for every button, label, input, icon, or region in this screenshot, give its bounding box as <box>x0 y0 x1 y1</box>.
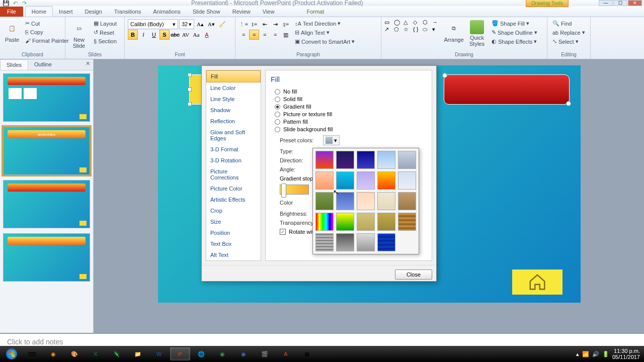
shadow-button[interactable]: S <box>159 30 170 40</box>
taskbar-chrome-icon[interactable]: 🌐 <box>191 347 211 360</box>
preset-swatch[interactable] <box>357 171 375 190</box>
strike-button[interactable]: abc <box>170 30 180 40</box>
slide-thumb-3[interactable] <box>3 180 90 228</box>
shape-icon[interactable]: △ <box>404 19 413 26</box>
cut-button[interactable]: ✂Cut <box>23 19 71 28</box>
justify-button[interactable]: ≡ <box>270 30 280 40</box>
paste-button[interactable]: 📋Paste <box>3 19 21 44</box>
grow-font-button[interactable]: A▴ <box>195 19 205 29</box>
preset-swatch[interactable] <box>357 151 375 169</box>
preset-swatch[interactable] <box>336 151 354 169</box>
line-spacing-button[interactable]: ‡≡ <box>281 19 291 29</box>
taskbar-word-icon[interactable]: W <box>149 347 169 360</box>
preset-swatch[interactable] <box>377 171 395 190</box>
slide-thumb-1[interactable] <box>3 73 90 122</box>
tab-insert[interactable]: Insert <box>53 7 79 17</box>
cat-position[interactable]: Position <box>206 227 261 238</box>
text-direction-button[interactable]: ↕AText Direction▾ <box>293 19 357 28</box>
taskbar-app2-icon[interactable]: ◉ <box>212 347 232 360</box>
underline-button[interactable]: U <box>149 30 159 40</box>
preset-swatch[interactable] <box>336 213 354 231</box>
tab-slides[interactable]: Slides <box>0 59 28 70</box>
close-button[interactable]: Close <box>395 269 432 280</box>
arrange-button[interactable]: ⧉Arrange <box>443 19 464 44</box>
taskbar-app3-icon[interactable]: ◉ <box>233 347 254 360</box>
slide-thumb-2[interactable]: androides <box>3 127 90 175</box>
preset-swatch[interactable] <box>398 171 416 190</box>
preset-swatch[interactable] <box>377 192 395 210</box>
tab-view[interactable]: View <box>257 7 281 17</box>
tab-design[interactable]: Design <box>79 7 108 17</box>
cat-reflection[interactable]: Reflection <box>206 116 261 127</box>
preset-swatch[interactable] <box>315 233 334 251</box>
find-button[interactable]: 🔍Find <box>550 19 574 28</box>
cat-pic-color[interactable]: Picture Color <box>206 183 261 194</box>
shape-icon[interactable]: ◯ <box>394 19 403 26</box>
save-icon[interactable]: 💾 <box>2 0 10 6</box>
bold-button[interactable]: B <box>128 30 138 40</box>
shape-icon[interactable]: ⬠ <box>394 26 403 33</box>
tab-animations[interactable]: Animations <box>147 7 186 17</box>
reset-button[interactable]: ↺Reset <box>92 28 119 37</box>
rotate-checkbox[interactable]: ✓ <box>280 229 286 235</box>
format-painter-button[interactable]: 🖌Format Painter <box>23 37 71 45</box>
slide-canvas[interactable]: Fill Line Color Line Style Shadow Reflec… <box>94 59 644 333</box>
shape-icon[interactable]: ▾ <box>432 26 441 33</box>
shape-fill-button[interactable]: 🪣Shape Fill▾ <box>490 19 539 28</box>
radio-pattern-fill[interactable]: Pattern fill <box>271 119 427 125</box>
cat-3d-rotation[interactable]: 3-D Rotation <box>206 155 261 166</box>
tab-review[interactable]: Review <box>226 7 257 17</box>
cat-crop[interactable]: Crop <box>206 205 261 216</box>
close-button[interactable]: ✕ <box>628 0 642 6</box>
cat-textbox[interactable]: Text Box <box>206 238 261 249</box>
clear-format-button[interactable]: 🧹 <box>217 19 227 29</box>
minimize-button[interactable]: — <box>599 0 613 6</box>
tray-icon[interactable]: ▴ <box>576 351 579 357</box>
cat-line-color[interactable]: Line Color <box>206 82 261 94</box>
preset-swatch[interactable] <box>377 213 395 231</box>
taskbar-explorer-icon[interactable]: 📁 <box>128 347 148 360</box>
cat-shadow[interactable]: Shadow <box>206 105 261 116</box>
shape-icon[interactable]: ◇ <box>413 19 422 26</box>
tab-file[interactable]: File <box>0 7 23 17</box>
preset-swatch[interactable] <box>336 233 354 251</box>
taskbar-app4-icon[interactable]: 🎬 <box>255 347 275 360</box>
cat-alttext[interactable]: Alt Text <box>206 249 261 260</box>
cat-fill[interactable]: Fill <box>206 70 261 82</box>
preset-swatch[interactable] <box>336 171 354 190</box>
align-right-button[interactable]: ≡ <box>260 30 270 40</box>
cat-glow[interactable]: Glow and Soft Edges <box>206 127 261 144</box>
align-text-button[interactable]: ⊟Align Text▾ <box>293 28 357 37</box>
preset-swatch[interactable] <box>315 151 334 169</box>
taskbar-avast-icon[interactable]: ◉ <box>43 347 63 360</box>
shape-icon[interactable]: ↗ <box>384 26 393 33</box>
undo-icon[interactable]: ↶ <box>11 0 19 6</box>
cat-line-style[interactable]: Line Style <box>206 94 261 105</box>
context-tab-drawing[interactable]: Drawing Tools <box>526 0 569 7</box>
preset-swatch[interactable] <box>357 233 375 251</box>
italic-button[interactable]: I <box>138 30 148 40</box>
new-slide-button[interactable]: ▭New Slide <box>68 19 90 50</box>
preset-swatch[interactable] <box>315 192 334 210</box>
preset-swatch[interactable] <box>357 192 375 210</box>
preset-swatch[interactable] <box>357 213 375 231</box>
radio-solid-fill[interactable]: Solid fill <box>271 96 427 102</box>
taskbar-excel-icon[interactable]: X <box>86 347 106 360</box>
preset-swatch[interactable] <box>315 213 334 231</box>
preset-swatch[interactable] <box>315 171 334 190</box>
columns-button[interactable]: ▥ <box>281 30 291 40</box>
smartart-button[interactable]: ▣Convert to SmartArt▾ <box>293 37 357 46</box>
tab-home[interactable]: Home <box>25 6 53 17</box>
taskbar-app-icon[interactable]: 🦎 <box>107 347 127 360</box>
case-button[interactable]: Aa <box>191 30 201 40</box>
selected-shape-right[interactable] <box>444 74 570 105</box>
panel-close-icon[interactable]: ✕ <box>83 59 93 70</box>
tab-slideshow[interactable]: Slide Show <box>187 7 226 17</box>
select-button[interactable]: ⤡Select▾ <box>550 37 581 46</box>
shape-outline-button[interactable]: ✎Shape Outline▾ <box>490 28 539 37</box>
cat-artistic[interactable]: Artistic Effects <box>206 194 261 205</box>
tab-format[interactable]: Format <box>300 7 330 17</box>
radio-gradient-fill[interactable]: Gradient fill <box>271 104 427 110</box>
taskbar-paint-icon[interactable]: 🎨 <box>64 347 85 360</box>
quick-styles-button[interactable]: Quick Styles <box>466 19 488 48</box>
